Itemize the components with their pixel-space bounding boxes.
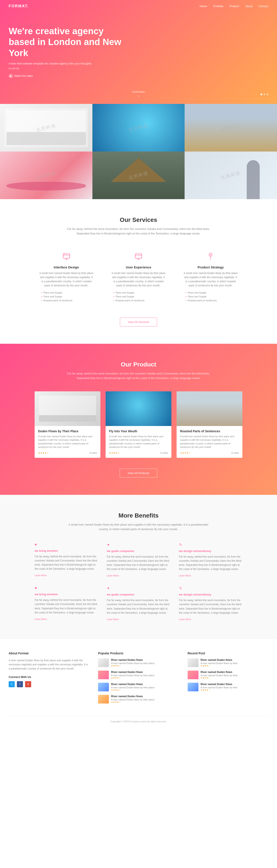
photo-cell-6: 北邦科技 [185, 152, 277, 199]
benefit-title-1-0: we bring emotion [35, 593, 98, 596]
product-thumb-2 [177, 391, 242, 426]
service-list-1: Place and Supple Place and Supple Roaste… [111, 291, 166, 302]
service-list-item: Roasted parts of sentences [185, 299, 238, 302]
footer-copyright: Copyright © 2018 Company name all rights… [9, 716, 268, 723]
benefits-desc: A small river named Duden flows by their… [65, 523, 212, 532]
service-list-item: Place and Supple [41, 294, 94, 299]
footer-product-thumb-1 [98, 671, 109, 679]
footer-grid: About Format A river named Duden flows b… [9, 652, 268, 707]
benefit-text-1-1: Far far away, behind the word mountains,… [107, 598, 170, 615]
benefit-item-1-0: ♥ we bring emotion Far far away, behind … [35, 586, 98, 621]
product-header: Our Product Far far away, behind the wor… [9, 361, 268, 380]
benefit-text-1-0: Far far away, behind the word mountains,… [35, 598, 98, 615]
product-thumb-0 [35, 391, 100, 426]
hero-dots [260, 94, 268, 95]
dot-1[interactable] [260, 94, 262, 95]
hero-content: We're creative agency based in London an… [9, 26, 130, 78]
product-meta-0: ★★★★☆ 0 Likes [38, 452, 97, 454]
product-strategy-icon [205, 251, 216, 262]
benefit-text-0-2: Far far away, behind the word mountains,… [179, 555, 242, 571]
nav-portfolio[interactable]: Portfolio [213, 4, 223, 8]
services-grid: Interface Design A small river named Dud… [35, 247, 242, 307]
interface-design-icon [61, 251, 72, 262]
benefit-learn-more-0-0[interactable]: Learn More [35, 574, 47, 577]
product-body-1: Fly Into Your Mouth A small river named … [105, 426, 172, 458]
benefit-title-1-1: we guide companies [107, 593, 170, 596]
social-google-button[interactable]: G [25, 681, 31, 687]
footer-product-3: River named Duden flows A river named Du… [98, 695, 179, 704]
nav-about[interactable]: About [245, 4, 252, 8]
product-body-2: Roasted Parts of Sentences A small river… [177, 426, 242, 458]
product-title: Our Product [9, 361, 268, 368]
footer-about-col: About Format A river named Duden flows b… [9, 652, 89, 707]
svg-rect-7 [135, 254, 142, 258]
play-icon[interactable]: ▶ [9, 74, 13, 78]
social-facebook-button[interactable]: f [17, 681, 23, 687]
product-stars-0: ★★★★☆ [38, 452, 49, 454]
footer-recent-info-0: River named Duden flows A river named Du… [201, 658, 238, 667]
product-stars-1: ★★★★☆ [109, 452, 120, 454]
benefit-learn-more-1-2[interactable]: Learn More [179, 618, 191, 621]
benefit-item-0-0: ♥ we bring emotion Far far away, behind … [35, 542, 98, 578]
service-desc-2: A small river named Duden flows by their… [183, 271, 238, 288]
social-twitter-button[interactable]: 𝕏 [9, 681, 15, 687]
footer-about-text: A river named Duden flows by their place… [9, 658, 89, 671]
svg-rect-0 [63, 254, 70, 258]
navigation: FORMAT. Home Portfolio Product About Con… [0, 0, 277, 12]
benefit-pen-icon: ✎ [179, 542, 242, 547]
benefit-heart-icon: ♥ [35, 542, 98, 547]
service-desc-0: A small river named Duden flows by their… [39, 271, 94, 288]
view-all-products-button[interactable]: View All Products [120, 469, 157, 477]
footer-product-thumb-2 [98, 683, 109, 691]
hero-scroll[interactable]: Scroll Down ↓ [132, 91, 145, 99]
services-header: Our Services Far far away, behind the wo… [9, 216, 268, 236]
product-name-1: Fly Into Your Mouth [109, 430, 168, 433]
hero-watch-button[interactable]: ▶ Watch the video [9, 74, 130, 78]
nav-product[interactable]: Product [229, 4, 239, 8]
service-title-2: Product Strategy [183, 266, 238, 269]
view-all-services-button[interactable]: View All Services [120, 317, 157, 327]
footer-recent-info-1: River named Duden flows A river named Du… [201, 671, 238, 679]
footer-recent-1: River named Duden flows A river named Du… [188, 671, 268, 679]
benefit-title-0-1: we guide companies [107, 549, 170, 553]
benefit-learn-more-1-1[interactable]: Learn More [107, 618, 119, 621]
footer-connect-label: Connect With Us [9, 675, 89, 679]
nav-contact[interactable]: Contact [258, 4, 268, 8]
footer-product-2: River named Duden flows A river named Du… [98, 683, 179, 691]
product-desc-0: A small river named Duden flows by their… [38, 435, 97, 449]
benefit-text-1-2: Far far away, behind the word mountains,… [179, 598, 242, 615]
footer-product-info-3: River named Duden flows A river named Du… [111, 695, 155, 703]
service-list-item: Place and Supple [113, 294, 166, 299]
nav-links: Home Portfolio Product About Contact [199, 4, 268, 8]
service-list-item: Place and Supple [185, 294, 238, 299]
benefit-learn-more-0-2[interactable]: Learn More [179, 574, 191, 577]
photo-cell-1: 北邦科技 [0, 104, 92, 152]
benefit-item-0-1: ✦ we guide companies Far far away, behin… [107, 542, 170, 578]
dot-2[interactable] [264, 94, 265, 95]
footer-recent-info-2: River named Duden flows A river named Du… [201, 683, 238, 691]
service-list-item: Place and Supple [185, 291, 238, 294]
benefit-item-1-2: ✎ we design extraordinary Far far away, … [179, 586, 242, 621]
footer-about-title: About Format [9, 652, 89, 655]
user-experience-icon [133, 251, 144, 262]
product-desc-2: A small river named Duden flows by their… [180, 435, 239, 449]
footer-product-info-2: River named Duden flows A river named Du… [111, 683, 155, 691]
svg-point-15 [210, 254, 211, 255]
nav-home[interactable]: Home [199, 4, 207, 8]
footer-product-thumb-3 [98, 695, 109, 704]
brand-logo[interactable]: FORMAT. [9, 4, 29, 8]
benefits-title: More Benefits [9, 512, 268, 519]
product-thumb-1 [105, 391, 172, 426]
dot-3[interactable] [267, 94, 268, 95]
benefits-grid-row2: ♥ we bring emotion Far far away, behind … [35, 586, 242, 621]
footer-product-1: River named Duden flows A river named Du… [98, 671, 179, 679]
hero-title: We're creative agency based in London an… [9, 26, 130, 58]
footer-recent-0: River named Duden flows A river named Du… [188, 658, 268, 667]
benefit-learn-more-1-0[interactable]: Learn More [35, 618, 47, 620]
benefit-item-1-1: ✦ we guide companies Far far away, behin… [107, 586, 170, 621]
benefit-learn-more-0-1[interactable]: Learn More [107, 574, 119, 577]
product-stars-2: ★★★★☆ [180, 452, 191, 454]
product-body-0: Duden Flows by Their Place A small river… [35, 426, 100, 458]
footer-product-thumb-0 [98, 658, 109, 667]
product-meta-1: ★★★★☆ 0 Likes [109, 452, 168, 454]
